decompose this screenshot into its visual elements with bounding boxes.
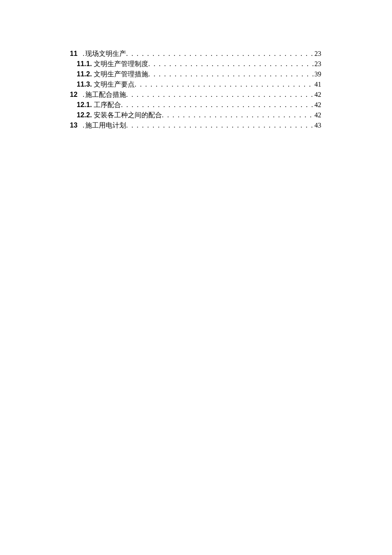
toc-leader-dots (148, 59, 314, 69)
toc-entry-number: 12.1. (77, 100, 94, 110)
toc-entry: 11.1.文明生产管理制度23 (77, 59, 321, 69)
toc-leader-dots (162, 110, 314, 120)
toc-entry: 12.2.安装各工种之间的配合 42 (77, 110, 321, 120)
toc-leader-dots (126, 90, 314, 100)
toc-entry-title: 施工用电计划 (85, 120, 126, 131)
toc-entry-page: 42 (314, 110, 321, 120)
toc-leader-dots (126, 49, 314, 59)
toc-entry-number: 11 (70, 49, 83, 59)
toc-entry: 11.2.文明生产管理措施39 (77, 69, 321, 79)
toc-entry-page: 42 (314, 100, 321, 110)
toc-entry-page: 39 (314, 69, 321, 79)
toc-entry-page: 23 (314, 59, 321, 69)
toc-entry-number: 11.1. (77, 59, 94, 69)
toc-entry-page: 42 (314, 90, 321, 100)
toc-leader-dots (135, 79, 314, 90)
toc-entry-title: 现场文明生产 (85, 49, 126, 59)
toc-entry: 12.施工配合措施 42 (70, 90, 321, 100)
toc-entry-number: 12.2. (77, 110, 94, 120)
toc-leader-dots (126, 120, 314, 131)
toc-entry-title: 文明生产要点 (94, 79, 135, 90)
toc-entry-title: 工序配合 (94, 100, 121, 110)
toc-entry-title: 安装各工种之间的配合 (94, 110, 162, 120)
toc-entry-page: 23 (314, 49, 321, 59)
toc-leader-dots (121, 100, 314, 110)
toc-dot-separator: . (83, 90, 84, 100)
toc-dot-separator: . (83, 120, 84, 131)
toc-entry-number: 12 (70, 90, 83, 100)
toc-container: 11.现场文明生产2311.1.文明生产管理制度2311.2.文明生产管理措施3… (70, 49, 321, 131)
toc-entry: 12.1.工序配合 42 (77, 100, 321, 110)
toc-entry-title: 文明生产管理措施 (94, 69, 148, 79)
toc-entry-title: 施工配合措施 (85, 90, 126, 100)
toc-entry-page: 41 (314, 79, 321, 90)
toc-entry-title: 文明生产管理制度 (94, 59, 148, 69)
toc-dot-separator: . (83, 49, 84, 59)
toc-entry: 11.现场文明生产23 (70, 49, 321, 59)
toc-leader-dots (148, 69, 314, 79)
toc-entry: 13.施工用电计划 43 (70, 120, 321, 131)
toc-entry-number: 11.2. (77, 69, 94, 79)
toc-entry-number: 11.3. (77, 79, 94, 90)
toc-entry-page: 43 (314, 120, 321, 131)
toc-entry: 11.3.文明生产要点41 (77, 79, 321, 90)
toc-entry-number: 13 (70, 120, 83, 131)
